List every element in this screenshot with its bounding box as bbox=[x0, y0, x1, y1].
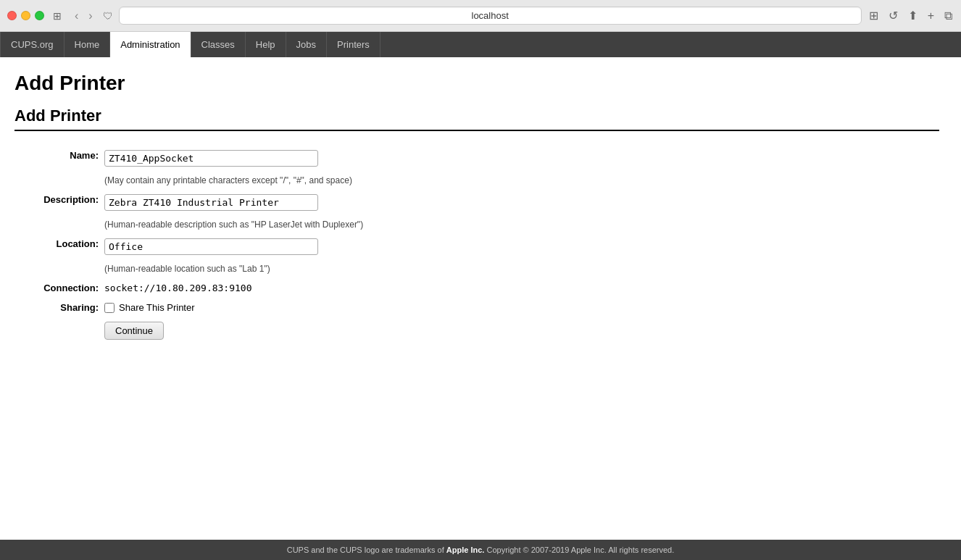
forward-button[interactable]: › bbox=[84, 8, 96, 24]
browser-nav-buttons: ‹ › bbox=[70, 8, 97, 24]
sharing-checkbox[interactable] bbox=[104, 303, 115, 313]
nav-item-jobs[interactable]: Jobs bbox=[286, 32, 327, 57]
sharing-field-cell: Share This Printer bbox=[101, 298, 939, 317]
close-button[interactable] bbox=[7, 11, 17, 20]
add-printer-form: Name: (May contain any printable charact… bbox=[14, 146, 939, 344]
sharing-checkbox-text: Share This Printer bbox=[119, 302, 195, 313]
sidebar-toggle-button[interactable]: ⊞ bbox=[50, 9, 65, 23]
footer-company: Apple Inc. bbox=[446, 546, 485, 554]
continue-row: Continue bbox=[14, 317, 939, 344]
description-field-cell bbox=[101, 190, 939, 215]
reader-view-button[interactable]: ⊞ bbox=[868, 7, 880, 24]
location-field-cell bbox=[101, 234, 939, 259]
reload-button[interactable]: ↺ bbox=[887, 7, 899, 24]
browser-chrome: ⊞ ‹ › 🛡 ⊞ ↺ ⬆ + ⧉ bbox=[0, 0, 961, 32]
location-hint-row: (Human-readable location such as "Lab 1"… bbox=[14, 259, 939, 278]
name-row: Name: bbox=[14, 146, 939, 171]
name-field-cell bbox=[101, 146, 939, 171]
nav-item-home[interactable]: Home bbox=[65, 32, 111, 57]
name-hint-row: (May contain any printable characters ex… bbox=[14, 171, 939, 190]
nav-item-printers[interactable]: Printers bbox=[327, 32, 380, 57]
connection-value-cell: socket://10.80.209.83:9100 bbox=[101, 278, 939, 298]
sharing-checkbox-label[interactable]: Share This Printer bbox=[104, 302, 936, 313]
continue-button[interactable]: Continue bbox=[104, 322, 164, 340]
maximize-button[interactable] bbox=[35, 11, 44, 20]
minimize-button[interactable] bbox=[21, 11, 30, 20]
location-row: Location: bbox=[14, 234, 939, 259]
description-input[interactable] bbox=[104, 194, 318, 211]
footer-text: CUPS and the CUPS logo are trademarks of… bbox=[287, 546, 675, 554]
name-hint: (May contain any printable characters ex… bbox=[101, 171, 939, 190]
name-label: Name: bbox=[14, 146, 101, 171]
sharing-label: Sharing: bbox=[14, 298, 101, 317]
description-hint: (Human-readable description such as "HP … bbox=[101, 215, 939, 234]
traffic-lights bbox=[7, 11, 44, 20]
sharing-row: Sharing: Share This Printer bbox=[14, 298, 939, 317]
page-footer: CUPS and the CUPS logo are trademarks of… bbox=[0, 540, 961, 560]
cups-navigation: CUPS.org Home Administration Classes Hel… bbox=[0, 32, 961, 57]
nav-item-help[interactable]: Help bbox=[246, 32, 286, 57]
nav-item-cups-org[interactable]: CUPS.org bbox=[0, 32, 65, 57]
description-label: Description: bbox=[14, 190, 101, 215]
name-input[interactable] bbox=[104, 150, 318, 167]
browser-actions: ⊞ ↺ ⬆ + ⧉ bbox=[868, 7, 954, 24]
security-icon: 🛡 bbox=[103, 10, 113, 22]
location-label: Location: bbox=[14, 234, 101, 259]
connection-label: Connection: bbox=[14, 278, 101, 298]
location-input[interactable] bbox=[104, 238, 318, 255]
nav-item-administration[interactable]: Administration bbox=[110, 32, 191, 57]
connection-row: Connection: socket://10.80.209.83:9100 bbox=[14, 278, 939, 298]
description-hint-row: (Human-readable description such as "HP … bbox=[14, 215, 939, 234]
main-content: Add Printer Add Printer Name: (May conta… bbox=[0, 57, 961, 540]
page-title: Add Printer bbox=[14, 72, 939, 95]
location-hint: (Human-readable location such as "Lab 1"… bbox=[101, 259, 939, 278]
url-bar[interactable] bbox=[119, 7, 862, 25]
new-tab-button[interactable]: + bbox=[926, 8, 936, 24]
description-row: Description: bbox=[14, 190, 939, 215]
window-button[interactable]: ⧉ bbox=[943, 8, 954, 24]
back-button[interactable]: ‹ bbox=[70, 8, 83, 24]
continue-btn-cell: Continue bbox=[101, 317, 939, 344]
nav-item-classes[interactable]: Classes bbox=[191, 32, 246, 57]
section-title: Add Printer bbox=[14, 106, 939, 131]
share-button[interactable]: ⬆ bbox=[907, 7, 919, 24]
connection-value: socket://10.80.209.83:9100 bbox=[104, 280, 252, 296]
